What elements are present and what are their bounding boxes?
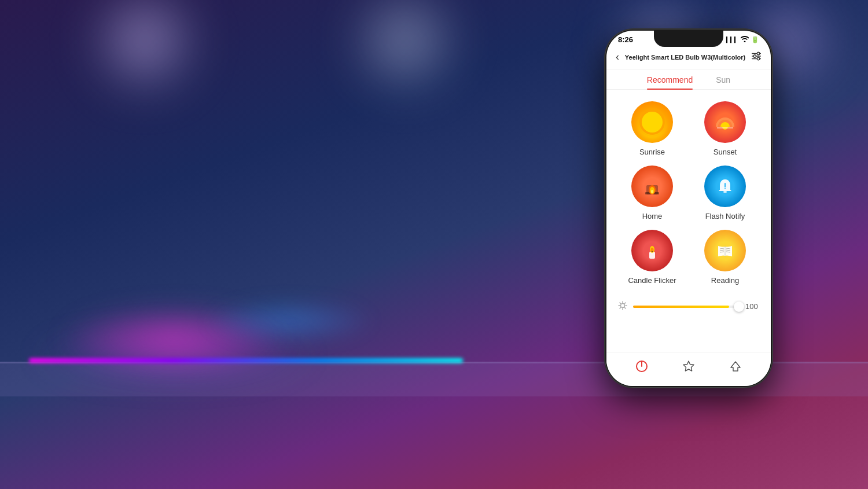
flash-icon xyxy=(704,166,746,207)
phone-frame: 8:26 ▎▎▎ 🔋 ‹ Yeelight Smart LE xyxy=(605,29,773,388)
tab-sun[interactable]: Sun xyxy=(716,75,730,89)
svg-point-6 xyxy=(646,117,658,129)
svg-line-9 xyxy=(657,117,659,119)
svg-rect-20 xyxy=(723,191,727,193)
svg-point-4 xyxy=(753,54,756,57)
reading-icon xyxy=(704,230,746,271)
light-strip xyxy=(29,358,463,363)
bottom-bar xyxy=(606,352,771,386)
svg-point-5 xyxy=(757,57,760,60)
scene-item-sunset[interactable]: Sunset xyxy=(693,101,757,156)
svg-line-39 xyxy=(620,303,621,304)
wifi-icon xyxy=(741,36,749,43)
status-icons: ▎▎▎ 🔋 xyxy=(726,36,759,43)
candle-label: Candle Flicker xyxy=(628,276,676,285)
svg-line-40 xyxy=(625,308,626,309)
home-scene-icon xyxy=(631,166,673,207)
svg-line-42 xyxy=(620,308,621,309)
sunset-label: Sunset xyxy=(713,148,737,156)
brightness-value: 100 xyxy=(745,302,759,311)
svg-marker-45 xyxy=(731,362,740,371)
phone-screen: 8:26 ▎▎▎ 🔋 ‹ Yeelight Smart LE xyxy=(606,31,771,386)
scene-grid: Sunrise Sunset xyxy=(606,90,771,296)
reading-label: Reading xyxy=(711,276,739,285)
home-button[interactable] xyxy=(729,359,742,377)
slider-fill xyxy=(633,306,729,308)
svg-point-22 xyxy=(724,188,726,189)
battery-icon: 🔋 xyxy=(751,36,759,43)
phone-container: 8:26 ▎▎▎ 🔋 ‹ Yeelight Smart LE xyxy=(596,29,781,469)
brightness-row: 100 xyxy=(606,296,771,317)
settings-button[interactable] xyxy=(751,52,762,63)
favorite-button[interactable] xyxy=(682,359,696,377)
app-title: Yeelight Smart LED Bulb W3(Multicolor) xyxy=(619,54,751,61)
tab-recommend[interactable]: Recommend xyxy=(647,75,693,89)
svg-rect-21 xyxy=(724,183,726,187)
svg-point-13 xyxy=(722,124,728,130)
sunrise-label: Sunrise xyxy=(639,148,665,156)
phone-notch xyxy=(654,31,723,47)
scene-item-home[interactable]: Home xyxy=(620,166,684,220)
scene-item-candle[interactable]: Candle Flicker xyxy=(620,230,684,285)
status-time: 8:26 xyxy=(618,35,633,44)
signal-icon: ▎▎▎ xyxy=(726,37,738,43)
slider-thumb[interactable] xyxy=(734,302,744,312)
scene-item-sunrise[interactable]: Sunrise xyxy=(620,101,684,156)
power-button[interactable] xyxy=(635,359,649,377)
floor-glow-blue xyxy=(203,298,376,344)
sunrise-icon xyxy=(631,101,673,143)
svg-line-8 xyxy=(646,117,648,119)
home-label: Home xyxy=(642,212,663,220)
scene-item-reading[interactable]: Reading xyxy=(693,230,757,285)
candle-icon xyxy=(631,230,673,271)
svg-point-19 xyxy=(651,190,653,193)
brightness-icon xyxy=(618,301,627,312)
tabs-container: Recommend Sun xyxy=(606,69,771,90)
svg-point-34 xyxy=(621,304,625,308)
svg-point-3 xyxy=(757,52,760,55)
flash-label: Flash Notify xyxy=(705,212,745,220)
svg-line-41 xyxy=(625,303,626,304)
sunset-icon xyxy=(704,101,746,143)
scene-item-flash[interactable]: Flash Notify xyxy=(693,166,757,220)
app-header: ‹ Yeelight Smart LED Bulb W3(Multicolor) xyxy=(606,46,771,69)
brightness-slider[interactable] xyxy=(633,306,740,308)
